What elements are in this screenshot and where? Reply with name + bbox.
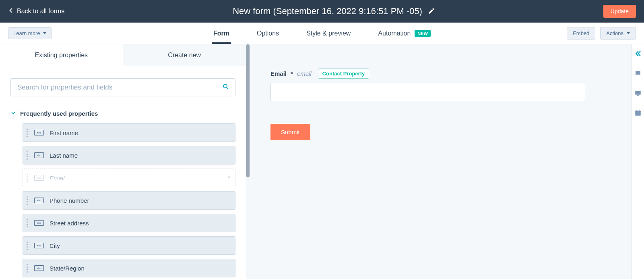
property-label: Phone number [50,197,89,204]
form-title-wrap: New form (September 16, 2022 9:16:51 PM … [233,6,435,17]
caret-down-icon [43,32,46,34]
main-tabs: Form Options Style & preview Automation … [212,23,432,44]
property-street-address[interactable]: abc Street address [23,214,235,232]
tab-form[interactable]: Form [212,23,231,44]
chat-icon[interactable] [634,70,642,78]
form-field-header: Email * email Contact Property [270,69,621,79]
drag-handle-icon[interactable] [25,151,29,160]
property-last-name[interactable]: abc Last name [23,146,235,164]
drag-handle-icon[interactable] [25,219,29,227]
svg-rect-6 [636,110,637,111]
text-field-icon: abc [34,175,44,181]
display-icon[interactable] [634,90,642,98]
svg-rect-3 [637,95,639,96]
search-icon[interactable] [222,83,229,92]
right-rail [631,44,644,279]
svg-point-0 [223,84,227,88]
property-label: City [50,242,60,249]
tab-existing-properties[interactable]: Existing properties [0,44,123,66]
properties-panel: Existing properties Create new Frequentl… [0,44,246,279]
search-field-wrap [10,78,235,96]
drag-handle-icon[interactable] [25,196,29,205]
tab-style-preview[interactable]: Style & preview [305,23,352,44]
tab-label: Form [213,30,229,37]
embed-button[interactable]: Embed [567,27,595,40]
scrollbar[interactable] [246,44,250,177]
back-to-forms-label: Back to all forms [17,8,64,15]
drag-handle-icon[interactable] [25,264,29,273]
new-badge: NEW [415,30,431,37]
required-indicator: * [291,70,293,77]
property-label: Email [50,175,65,181]
drag-handle-icon [25,174,29,182]
right-actions: Embed Actions [567,27,636,40]
form-canvas[interactable]: Email * email Contact Property Submit [246,44,631,279]
back-to-forms-link[interactable]: Back to all forms [8,7,64,15]
property-list: abc First name abc Last name abc Email * [10,123,235,277]
actions-label: Actions [606,30,623,36]
text-field-icon: abc [34,198,44,203]
pencil-icon[interactable] [428,7,435,16]
field-label: Email [270,70,287,77]
drag-handle-icon[interactable] [25,242,29,250]
tab-options[interactable]: Options [255,23,281,44]
tab-label: Options [257,30,279,37]
properties-panel-body[interactable]: Frequently used properties abc First nam… [0,66,246,279]
update-button[interactable]: Update [603,5,636,18]
form-title: New form (September 16, 2022 9:16:51 PM … [233,6,422,17]
svg-rect-5 [635,111,641,112]
property-label: Street address [50,220,89,227]
field-internal-name: email [297,70,312,77]
properties-panel-tabs: Existing properties Create new [0,44,246,66]
property-label: Last name [50,152,78,159]
embed-label: Embed [573,30,589,36]
app-top-bar: Back to all forms New form (September 16… [0,0,644,23]
section-frequently-used[interactable]: Frequently used properties [10,110,235,117]
section-title: Frequently used properties [20,110,98,117]
content-area: Existing properties Create new Frequentl… [0,44,644,279]
collapse-panel-icon[interactable] [634,50,642,58]
property-label: State/Region [50,265,85,272]
svg-rect-2 [635,91,641,95]
property-state-region[interactable]: abc State/Region [23,259,235,277]
text-field-icon: abc [34,265,44,271]
svg-line-1 [227,87,228,89]
drag-handle-icon[interactable] [25,129,29,137]
sub-nav-bar: Learn more Form Options Style & preview … [0,23,644,44]
property-phone-number[interactable]: abc Phone number [23,191,235,210]
learn-more-button[interactable]: Learn more [8,27,52,39]
submit-button[interactable]: Submit [270,124,310,140]
property-first-name[interactable]: abc First name [23,123,235,142]
property-city[interactable]: abc City [23,236,235,255]
property-label: First name [50,129,78,136]
caret-down-icon [627,32,630,34]
text-field-icon: abc [34,243,44,248]
learn-more-label: Learn more [13,30,40,36]
tab-automation[interactable]: Automation NEW [376,23,432,44]
tab-create-new[interactable]: Create new [123,44,246,66]
text-field-icon: abc [34,130,44,135]
text-field-icon: abc [34,220,44,226]
tab-label: Existing properties [35,52,88,59]
chevron-left-icon [8,7,14,15]
calendar-icon[interactable] [634,109,642,118]
actions-button[interactable]: Actions [600,27,636,40]
chevron-down-icon [10,110,16,117]
property-type-tag: Contact Property [318,69,369,79]
tab-label: Style & preview [306,30,351,37]
text-field-icon: abc [34,152,44,158]
email-input[interactable] [270,83,585,101]
required-star-icon: * [228,175,230,181]
tab-label: Automation [378,30,411,37]
svg-rect-7 [639,110,640,111]
property-email: abc Email * [23,169,235,187]
search-input[interactable] [17,83,218,92]
tab-label: Create new [168,52,201,59]
